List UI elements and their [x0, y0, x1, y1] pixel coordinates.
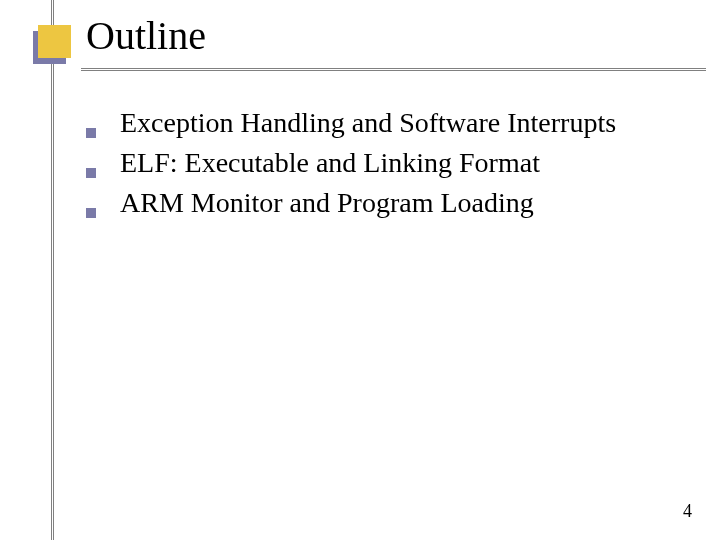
list-item: Exception Handling and Software Interrup… [86, 104, 700, 142]
slide-title: Outline [86, 12, 206, 59]
horizontal-rule [81, 68, 706, 69]
horizontal-rule [81, 70, 706, 71]
list-item: ELF: Executable and Linking Format [86, 144, 700, 182]
slide: Outline Exception Handling and Software … [0, 0, 720, 540]
accent-square [38, 25, 71, 58]
vertical-rule [51, 0, 52, 540]
bullet-square-icon [86, 128, 96, 138]
bullet-list: Exception Handling and Software Interrup… [86, 104, 700, 223]
bullet-square-icon [86, 168, 96, 178]
bullet-text: ELF: Executable and Linking Format [120, 144, 540, 182]
list-item: ARM Monitor and Program Loading [86, 184, 700, 222]
bullet-text: Exception Handling and Software Interrup… [120, 104, 616, 142]
page-number: 4 [683, 501, 692, 522]
vertical-rule [53, 0, 54, 540]
bullet-square-icon [86, 208, 96, 218]
bullet-text: ARM Monitor and Program Loading [120, 184, 534, 222]
